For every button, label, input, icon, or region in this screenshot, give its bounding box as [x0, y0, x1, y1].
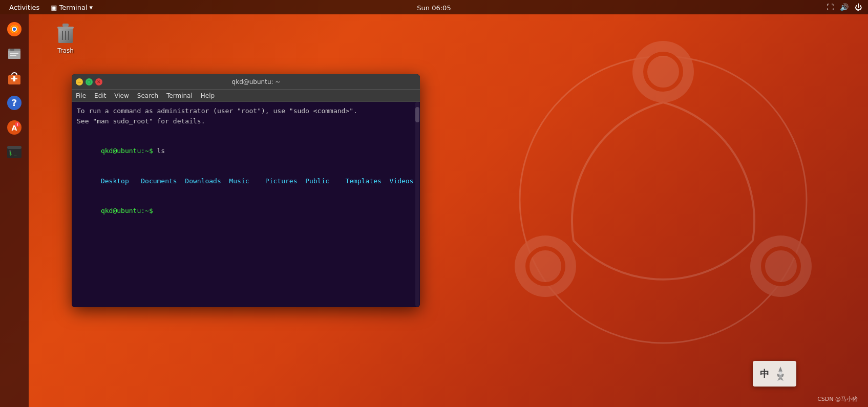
svg-rect-18 — [13, 76, 15, 81]
terminal-icon: ▣ — [51, 4, 57, 11]
terminal-body[interactable]: To run a command as administrator (user … — [72, 102, 420, 307]
terminal-dropdown-arrow[interactable]: ▾ — [90, 4, 93, 11]
dock-item-files[interactable] — [4, 43, 25, 65]
menu-help[interactable]: Help — [201, 92, 215, 99]
dock-item-help[interactable]: ? — [4, 92, 25, 114]
menu-file[interactable]: File — [76, 92, 86, 99]
svg-marker-39 — [777, 378, 784, 381]
desktop-trash-icon[interactable]: Trash — [45, 20, 86, 54]
terminal-line-3 — [77, 126, 415, 136]
svg-point-2 — [645, 54, 681, 90]
terminal-cmd-1: ls — [157, 147, 165, 155]
terminal-titlebar: ─ □ ✕ qkd@ubuntu: ~ — [72, 74, 420, 90]
terminal-prompt-1: qkd@ubuntu:~$ — [101, 147, 157, 155]
menu-edit[interactable]: Edit — [94, 92, 106, 99]
power-icon[interactable]: ⏻ — [855, 3, 862, 11]
svg-point-0 — [520, 56, 807, 343]
dock-item-terminal[interactable]: $ _ > — [4, 141, 25, 163]
svg-rect-13 — [10, 49, 14, 51]
svg-rect-15 — [10, 55, 16, 56]
svg-point-5 — [515, 235, 576, 297]
tray-chinese-char: 中 — [760, 368, 769, 380]
tray-widget[interactable]: 中 — [753, 361, 796, 387]
dock-item-software[interactable] — [4, 68, 25, 89]
system-time: Sun 06:05 — [417, 4, 451, 12]
svg-text:?: ? — [12, 97, 17, 108]
window-buttons: ─ □ ✕ — [76, 78, 102, 85]
terminal-window: ─ □ ✕ qkd@ubuntu: ~ File Edit View Searc… — [72, 74, 420, 307]
bottom-bar-text: CSDN @马小猪 — [817, 395, 858, 403]
terminal-line-dirs: Desktop Documents Downloads Music Pictur… — [77, 166, 415, 196]
terminal-app-label[interactable]: ▣ Terminal ▾ — [51, 4, 93, 11]
terminal-line-2: See "man sudo_root" for details. — [77, 116, 415, 126]
dock-item-updater[interactable]: A ! — [4, 117, 25, 138]
svg-point-3 — [750, 235, 812, 297]
activities-button[interactable]: Activities — [6, 3, 43, 12]
volume-icon[interactable]: 🔊 — [840, 3, 849, 11]
svg-text:!: ! — [16, 123, 18, 127]
terminal-scrollbar-thumb[interactable] — [415, 107, 419, 122]
menu-terminal[interactable]: Terminal — [166, 92, 193, 99]
close-button[interactable]: ✕ — [95, 78, 102, 85]
terminal-line-prompt1: qkd@ubuntu:~$ ls — [77, 136, 415, 166]
dock-item-firefox[interactable] — [4, 18, 25, 40]
tray-icon — [771, 365, 790, 383]
svg-point-1 — [632, 41, 694, 102]
trash-icon — [53, 20, 78, 45]
svg-point-6 — [527, 248, 563, 284]
svg-point-10 — [13, 28, 16, 31]
minimize-button[interactable]: ─ — [76, 78, 83, 85]
menu-view[interactable]: View — [114, 92, 129, 99]
svg-point-4 — [763, 248, 799, 284]
terminal-line-1: To run a command as administrator (user … — [77, 106, 415, 116]
terminal-line-prompt2: qkd@ubuntu:~$ — [77, 196, 415, 226]
dock: ? A ! $ _ > — [0, 14, 29, 407]
maximize-button[interactable]: □ — [86, 78, 93, 85]
trash-label: Trash — [57, 47, 74, 54]
top-bar-center: Sun 06:05 — [417, 3, 451, 12]
svg-point-40 — [779, 372, 782, 375]
terminal-menubar: File Edit View Search Terminal Help — [72, 90, 420, 102]
terminal-prompt-2: qkd@ubuntu:~$ — [101, 207, 157, 215]
svg-text:>: > — [9, 149, 11, 153]
svg-rect-33 — [62, 24, 69, 27]
terminal-dirs: Desktop Documents Downloads Music Pictur… — [101, 177, 413, 185]
svg-rect-14 — [10, 53, 18, 54]
top-bar-left: Activities ▣ Terminal ▾ — [6, 3, 93, 12]
top-bar: Activities ▣ Terminal ▾ Sun 06:05 ⛶ 🔊 ⏻ — [0, 0, 868, 14]
network-icon[interactable]: ⛶ — [827, 3, 834, 11]
top-bar-right: ⛶ 🔊 ⏻ — [827, 3, 862, 11]
svg-rect-32 — [57, 27, 74, 29]
terminal-scrollbar[interactable] — [415, 102, 419, 307]
terminal-title: qkd@ubuntu: ~ — [232, 78, 281, 85]
menu-search[interactable]: Search — [137, 92, 158, 99]
